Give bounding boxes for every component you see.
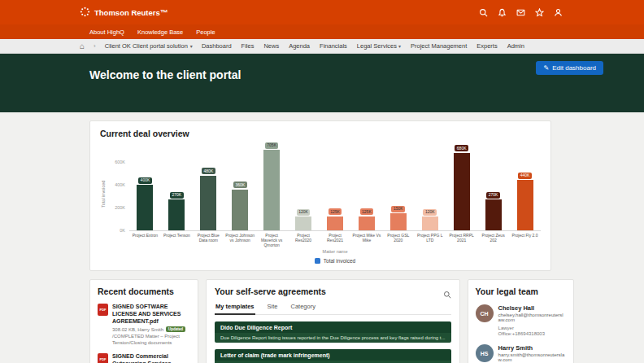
y-tick-label: 600K xyxy=(115,160,125,164)
chart-bar[interactable] xyxy=(517,180,533,230)
chart-bar-group: 120K xyxy=(288,209,320,230)
topbar-link-about-highq[interactable]: About HighQ xyxy=(89,28,124,36)
document-info: SIGNED SOFTWARE LICENSE AND SERVICES AGR… xyxy=(112,304,190,346)
nav-item-financials[interactable]: Financials xyxy=(320,42,347,50)
chart-bar[interactable] xyxy=(390,213,407,230)
thomson-reuters-logo[interactable]: Thomson Reuters™ xyxy=(80,7,168,19)
agreement-item[interactable]: Letter of claim (trade mark infringement… xyxy=(215,349,451,363)
agreements-title: Your self-serve agreements xyxy=(215,286,451,296)
chart-bar[interactable] xyxy=(200,176,216,230)
x-axis-label: Matter name xyxy=(129,249,541,254)
topbar-link-knowledge-base[interactable]: Knowledge Base xyxy=(137,28,183,36)
mail-icon[interactable] xyxy=(516,8,525,17)
chart-bar-group: 440K xyxy=(509,173,541,230)
y-tick-label: 200K xyxy=(115,205,125,210)
x-category-label: Project GSL 2020 xyxy=(382,231,414,247)
edit-dashboard-button[interactable]: ✎ Edit dashboard xyxy=(536,61,603,75)
chart-bar[interactable] xyxy=(137,185,153,230)
nav-item-project-management[interactable]: Project Management xyxy=(411,42,467,50)
x-category-label: Project RRPL 2021 xyxy=(446,231,477,247)
x-category-label: Project Zeus 202 xyxy=(477,231,509,247)
chart-bar[interactable] xyxy=(485,199,502,230)
y-tick-label: 400K xyxy=(115,182,125,187)
avatar: CH xyxy=(476,304,494,322)
nav-item-agenda[interactable]: Agenda xyxy=(289,42,310,50)
chart-bar-group: 270K xyxy=(477,192,509,230)
tab-my-templates[interactable]: My templates xyxy=(215,303,255,315)
chart-plot-area: 0K200K400K600K 400K270K480K360K705K120K1… xyxy=(129,147,541,231)
chart-bar-group: 400K xyxy=(129,177,161,231)
nav-item-dashboard[interactable]: Dashboard xyxy=(202,42,232,50)
tab-site[interactable]: Site xyxy=(267,303,279,314)
thomson-reuters-logo-icon xyxy=(80,7,90,19)
agreement-title: Letter of claim (trade mark infringement… xyxy=(215,349,451,361)
legal-team-title: Your legal team xyxy=(476,286,566,296)
x-category-label: Project Tenson xyxy=(161,231,193,247)
chart-bar[interactable] xyxy=(168,199,185,230)
search-icon[interactable] xyxy=(479,8,488,17)
member-email[interactable]: chelsey.hall@thomsonreuterslaw.com xyxy=(498,313,566,322)
nav-item-news[interactable]: News xyxy=(263,42,279,50)
hero-banner: Welcome to the client portal ✎ Edit dash… xyxy=(0,54,644,112)
bar-value-label: 270K xyxy=(170,192,184,199)
chart-bar-group: 150K xyxy=(382,206,414,231)
user-icon[interactable] xyxy=(554,8,563,17)
tab-category[interactable]: Category xyxy=(289,303,315,314)
bar-value-label: 440K xyxy=(518,173,532,179)
deal-overview-card: Current deal overview Total invoiced 0K2… xyxy=(89,120,551,271)
brand-name: Thomson Reuters™ xyxy=(94,8,168,17)
recent-documents-title: Recent documents xyxy=(98,286,190,296)
x-categories: Project ExtronProject TensonProject Blue… xyxy=(129,231,541,247)
chart-bar[interactable] xyxy=(359,216,375,231)
dashboard-content: Current deal overview Total invoiced 0K2… xyxy=(89,120,551,363)
x-category-label: Project Fly 2.0 xyxy=(509,231,541,247)
search-icon[interactable] xyxy=(443,287,451,302)
star-icon[interactable] xyxy=(535,8,544,17)
bar-value-label: 270K xyxy=(486,192,500,199)
chart-bar[interactable] xyxy=(422,216,438,230)
chart-bar-group: 480K xyxy=(193,168,224,230)
document-name[interactable]: SIGNED Commercial Outsourcing Services A… xyxy=(112,353,190,363)
bar-value-label: 400K xyxy=(138,177,152,184)
legal-team-card: Your legal team CHChelsey Hallchelsey.ha… xyxy=(468,279,574,363)
site-nav: DashboardFilesNewsAgendaFinancialsLegal … xyxy=(202,42,524,50)
chart-bar-group: 125K xyxy=(350,208,382,230)
x-category-label: Project Res2021 xyxy=(320,231,351,247)
document-item[interactable]: PDFSIGNED Commercial Outsourcing Service… xyxy=(98,353,190,363)
site-selector-dropdown[interactable]: Client OK Client portal solution ▾ xyxy=(105,42,193,50)
member-info: Harry Smithharry.smith@thomsonreuterslaw… xyxy=(498,344,566,363)
chart-bar[interactable] xyxy=(232,190,248,230)
nav-item-admin[interactable]: Admin xyxy=(507,42,524,50)
agreements-tabs: My templatesSiteCategory xyxy=(215,303,451,315)
x-category-label: Project Blue Data room xyxy=(193,231,224,247)
agreement-item[interactable]: Dido Due Diligence ReportDue Diligence R… xyxy=(215,321,451,343)
edit-dashboard-label: Edit dashboard xyxy=(552,64,596,72)
y-tick-label: 0K xyxy=(120,228,125,233)
bell-icon[interactable] xyxy=(498,8,507,17)
member-email[interactable]: harry.smith@thomsonreuterslaw.com xyxy=(498,352,566,362)
document-name[interactable]: SIGNED SOFTWARE LICENSE AND SERVICES AGR… xyxy=(112,304,190,325)
document-item[interactable]: PDFSIGNED SOFTWARE LICENSE AND SERVICES … xyxy=(98,304,190,346)
chart-legend: Total invoiced xyxy=(129,258,541,264)
document-path: /COMPLETED Matter – Project Tension/Clos… xyxy=(112,334,190,346)
widget-row: Recent documents PDFSIGNED SOFTWARE LICE… xyxy=(89,279,551,363)
site-selector-label: Client OK Client portal solution xyxy=(105,42,188,50)
x-category-label: Project Mike Vs Mike xyxy=(350,231,382,247)
nav-item-experts[interactable]: Experts xyxy=(476,42,497,50)
agreement-description: Due Diligence Report listing issues repo… xyxy=(215,333,451,343)
recent-documents-card: Recent documents PDFSIGNED SOFTWARE LICE… xyxy=(89,279,198,363)
agreement-list: Dido Due Diligence ReportDue Diligence R… xyxy=(215,321,451,363)
member-name: Harry Smith xyxy=(498,344,566,352)
home-icon[interactable]: ⌂ xyxy=(80,42,85,50)
chart-bar[interactable] xyxy=(263,150,280,230)
bar-value-label: 120K xyxy=(297,209,311,216)
topbar-link-people[interactable]: People xyxy=(196,28,215,36)
chart-bar[interactable] xyxy=(327,216,343,231)
breadcrumb-separator: › xyxy=(94,42,96,50)
legend-swatch xyxy=(315,258,320,264)
chart-bar[interactable] xyxy=(454,153,470,230)
nav-item-legal-services[interactable]: Legal Services▾ xyxy=(357,42,401,50)
chart-bar-group: 360K xyxy=(224,182,256,230)
chart-bar[interactable] xyxy=(295,216,311,230)
nav-item-files[interactable]: Files xyxy=(242,42,255,50)
